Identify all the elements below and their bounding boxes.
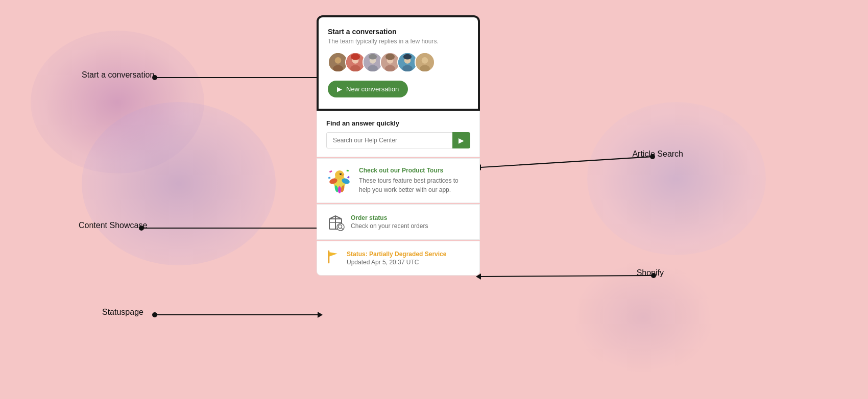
shopify-row: Order status Check on your recent orders	[326, 213, 470, 231]
bg-blob-2	[82, 102, 276, 265]
shopify-panel[interactable]: Order status Check on your recent orders	[317, 204, 480, 240]
svg-point-21	[350, 65, 360, 72]
statuspage-subtitle: Updated Apr 5, 20:37 UTC	[347, 259, 446, 266]
svg-rect-45	[346, 169, 349, 171]
svg-point-42	[340, 173, 342, 175]
svg-point-17	[333, 65, 343, 72]
svg-point-35	[422, 57, 428, 64]
search-title: Find an answer quickly	[326, 119, 470, 127]
showcase-body: These tours feature best practices to he…	[359, 176, 470, 194]
showcase-row: Check out our Product Tours These tours …	[326, 167, 470, 194]
showcase-link[interactable]: Check out our Product Tours	[359, 167, 470, 174]
annotation-label-start-conversation: Start a conversation	[82, 70, 154, 80]
statuspage-text: Status: Partially Degraded Service Updat…	[347, 251, 446, 266]
status-row: Status: Partially Degraded Service Updat…	[326, 250, 470, 267]
annotation-label-shopify: Shopify	[637, 268, 664, 278]
bg-blob-3	[587, 102, 766, 255]
start-conversation-panel: Start a conversation The team typically …	[317, 15, 480, 111]
widget: Start a conversation The team typically …	[317, 15, 480, 276]
start-conversation-inner: Start a conversation The team typically …	[319, 17, 478, 109]
svg-point-25	[368, 65, 378, 72]
svg-rect-46	[347, 176, 350, 179]
bottom-panels: Find an answer quickly ▶	[317, 111, 480, 276]
shopify-text: Order status Check on your recent orders	[351, 214, 428, 230]
svg-rect-44	[329, 170, 332, 173]
annotation-label-article-search: Article Search	[632, 149, 683, 159]
statuspage-link[interactable]: Status: Partially Degraded Service	[347, 251, 446, 258]
svg-point-49	[338, 186, 341, 193]
svg-point-24	[369, 54, 377, 60]
svg-point-43	[341, 173, 341, 174]
start-conversation-subtitle: The team typically replies in a few hour…	[328, 38, 469, 45]
search-arrow-icon: ▶	[459, 136, 464, 144]
shopify-link[interactable]: Order status	[351, 214, 428, 221]
svg-point-32	[403, 54, 412, 60]
new-conversation-button[interactable]: ▶ New conversation	[328, 81, 408, 97]
new-conversation-label: New conversation	[346, 85, 399, 93]
showcase-text: Check out our Product Tours These tours …	[359, 167, 470, 194]
showcase-illustration	[326, 167, 353, 193]
svg-point-36	[420, 65, 430, 72]
svg-point-20	[351, 54, 360, 60]
bg-blob-4	[572, 261, 715, 373]
search-row: ▶	[326, 132, 470, 148]
annotation-label-statuspage: Statuspage	[102, 308, 143, 317]
send-icon: ▶	[337, 85, 342, 93]
search-button[interactable]: ▶	[452, 132, 470, 148]
start-conversation-title: Start a conversation	[328, 28, 469, 36]
avatar-6	[415, 52, 435, 72]
svg-point-28	[385, 54, 395, 60]
order-status-icon	[326, 213, 345, 231]
svg-point-16	[335, 57, 342, 64]
svg-point-29	[385, 65, 395, 72]
status-flag-icon	[326, 250, 341, 267]
statuspage-panel[interactable]: Status: Partially Degraded Service Updat…	[317, 241, 480, 276]
annotation-label-content-showcase: Content Showcase	[79, 221, 147, 230]
shopify-subtitle: Check on your recent orders	[351, 222, 428, 230]
search-panel: Find an answer quickly ▶	[317, 111, 480, 157]
content-showcase-panel[interactable]: Check out our Product Tours These tours …	[317, 158, 480, 203]
svg-rect-47	[328, 177, 331, 179]
team-avatars	[328, 52, 469, 72]
search-input[interactable]	[326, 132, 452, 148]
svg-point-33	[402, 65, 413, 72]
